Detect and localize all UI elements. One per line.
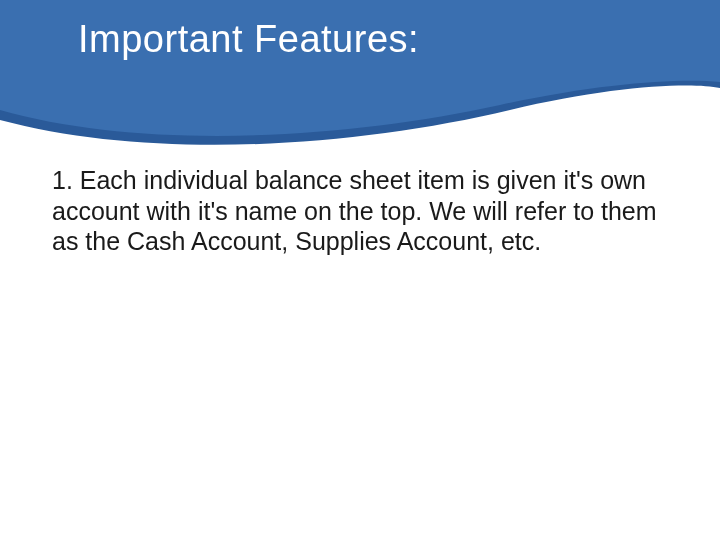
slide: Important Features: 1. Each individual b… (0, 0, 720, 540)
slide-title: Important Features: (78, 18, 419, 61)
slide-body-text: 1. Each individual balance sheet item is… (52, 165, 662, 257)
